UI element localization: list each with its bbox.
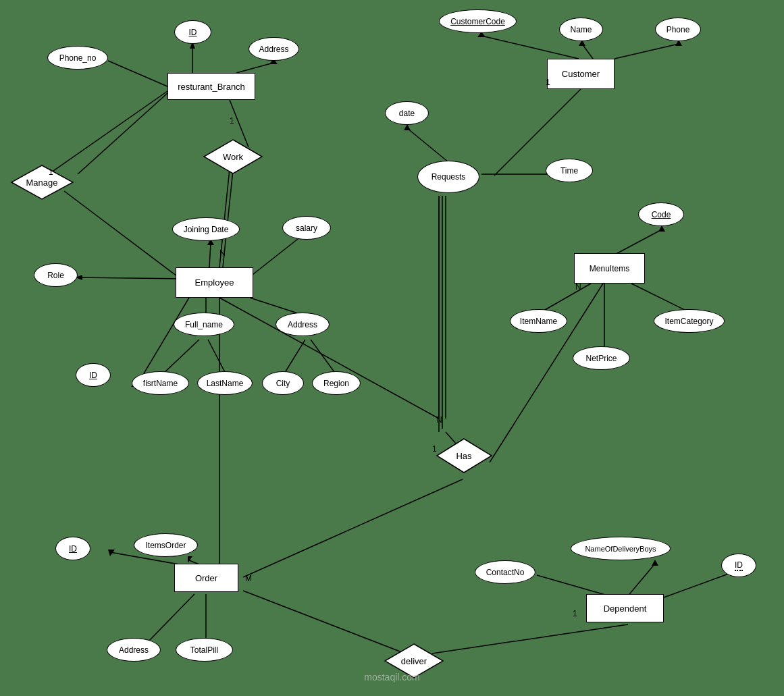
svg-marker-53 bbox=[652, 560, 658, 566]
ellipse-joining-date: Joining Date bbox=[172, 217, 240, 241]
entity-order: Order bbox=[174, 564, 238, 592]
relationship-has: Has bbox=[436, 437, 493, 475]
svg-line-49 bbox=[149, 594, 194, 641]
svg-line-32 bbox=[162, 340, 199, 375]
label-n-requests: N bbox=[436, 415, 442, 425]
svg-line-26 bbox=[80, 277, 182, 279]
label-n-employee-work: N bbox=[219, 248, 226, 258]
svg-text:Manage: Manage bbox=[26, 178, 58, 188]
ellipse-customer-code: CustomerCode bbox=[439, 9, 517, 33]
svg-marker-18 bbox=[404, 124, 411, 130]
entity-customer: Customer bbox=[547, 59, 615, 89]
label-1-has: 1 bbox=[432, 444, 437, 454]
ellipse-lastname: LastName bbox=[197, 371, 253, 395]
ellipse-phone-cust: Phone bbox=[655, 18, 701, 41]
ellipse-id-branch: ID bbox=[174, 20, 211, 44]
ellipse-totalpill: TotalPill bbox=[176, 638, 233, 662]
ellipse-id-emp: ID bbox=[76, 363, 111, 387]
ellipse-netprice: NetPrice bbox=[573, 346, 630, 370]
relationship-work: Work bbox=[203, 138, 263, 176]
ellipse-phone-no: Phone_no bbox=[47, 46, 108, 70]
ellipse-role: Role bbox=[34, 263, 78, 287]
svg-line-52 bbox=[627, 564, 655, 597]
ellipse-address-order: Address bbox=[107, 638, 161, 662]
ellipse-time-req: Time bbox=[546, 159, 593, 182]
svg-line-10 bbox=[64, 191, 182, 280]
svg-line-9 bbox=[78, 93, 167, 174]
ellipse-itemname: ItemName bbox=[510, 309, 567, 333]
svg-line-8 bbox=[49, 91, 167, 174]
svg-text:Has: Has bbox=[456, 451, 472, 461]
svg-line-40 bbox=[631, 284, 690, 313]
ellipse-requests: Requests bbox=[417, 161, 479, 193]
svg-marker-48 bbox=[188, 556, 192, 563]
svg-line-44 bbox=[243, 479, 463, 577]
svg-line-23 bbox=[209, 243, 211, 267]
entity-dependent: Dependent bbox=[586, 594, 664, 622]
svg-line-33 bbox=[208, 340, 226, 375]
ellipse-contactno: ContactNo bbox=[475, 560, 535, 584]
label-1-customer: 1 bbox=[546, 78, 550, 87]
label-1-dependent: 1 bbox=[573, 609, 577, 618]
svg-line-2 bbox=[236, 63, 273, 73]
svg-line-15 bbox=[615, 44, 679, 59]
ellipse-name-cust: Name bbox=[559, 18, 603, 41]
ellipse-itemcategory: ItemCategory bbox=[654, 309, 725, 333]
ellipse-region: Region bbox=[312, 371, 361, 395]
svg-line-4 bbox=[108, 61, 167, 86]
svg-line-13 bbox=[582, 44, 593, 59]
watermark: mostaqil.com bbox=[364, 672, 419, 682]
svg-line-35 bbox=[311, 340, 336, 375]
svg-line-36 bbox=[611, 230, 662, 257]
ellipse-date-req: date bbox=[385, 101, 429, 125]
ellipse-code-menu: Code bbox=[638, 203, 684, 226]
svg-line-56 bbox=[432, 624, 628, 653]
svg-line-34 bbox=[284, 340, 305, 375]
ellipse-nameofdeliveryboys: NameOfDeliveryBoys bbox=[571, 537, 671, 560]
ellipse-address-emp: Address bbox=[276, 313, 330, 336]
svg-line-22 bbox=[219, 298, 439, 419]
svg-line-38 bbox=[540, 284, 591, 313]
ellipse-full-name: Full_name bbox=[174, 313, 234, 336]
svg-text:Work: Work bbox=[223, 152, 244, 162]
ellipse-city: City bbox=[262, 371, 304, 395]
entity-resturant-branch: resturant_Branch bbox=[167, 73, 255, 100]
ellipse-id-dependent: ID bbox=[721, 554, 756, 577]
svg-marker-37 bbox=[658, 225, 665, 232]
svg-marker-46 bbox=[108, 550, 115, 556]
entity-employee: Employee bbox=[176, 267, 253, 298]
ellipse-firstname: fisrtName bbox=[132, 371, 189, 395]
relationship-manage: Manage bbox=[10, 164, 74, 201]
svg-line-57 bbox=[243, 591, 405, 653]
label-m-order: M bbox=[245, 574, 252, 583]
label-1-manage: 1 bbox=[49, 167, 53, 177]
entity-menuitems: MenuItems bbox=[574, 253, 645, 284]
ellipse-id-order: ID bbox=[55, 537, 90, 560]
svg-line-17 bbox=[407, 128, 452, 165]
ellipse-itemsorder: ItemsOrder bbox=[134, 533, 198, 557]
svg-text:deliver: deliver bbox=[401, 656, 427, 666]
ellipse-salary: salary bbox=[282, 216, 331, 240]
svg-line-11 bbox=[481, 36, 579, 59]
ellipse-address-branch: Address bbox=[249, 37, 299, 61]
label-n-menuitems: N bbox=[575, 282, 581, 292]
label-1-branch-work: 1 bbox=[230, 116, 234, 126]
